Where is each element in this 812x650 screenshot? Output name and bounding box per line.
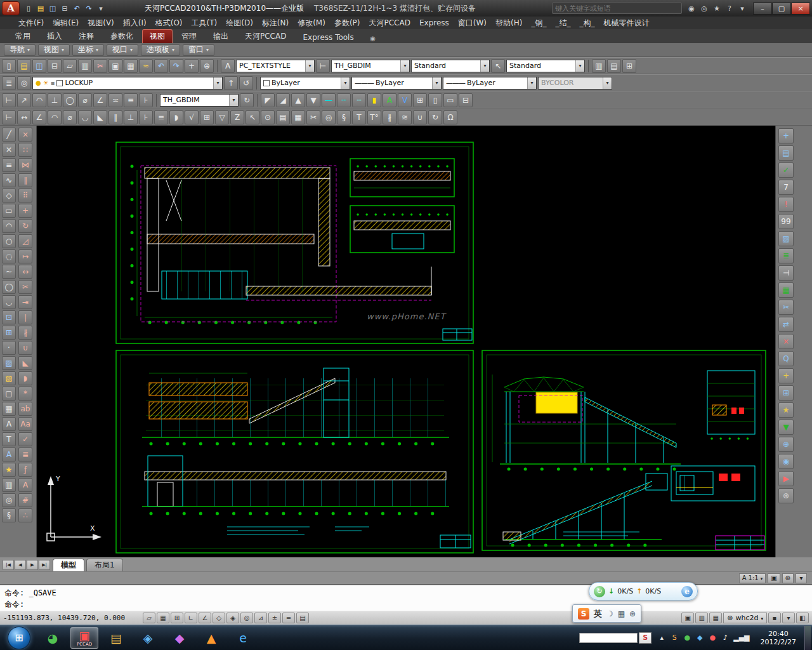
chamfer-dim-icon[interactable]: ◣ <box>93 110 107 124</box>
hole-table-icon[interactable]: ▦ <box>291 110 305 124</box>
browser-icon[interactable]: e <box>681 586 693 597</box>
menu-insert[interactable]: 插入(I) <box>119 17 151 29</box>
infer-constraints-toggle[interactable]: ▱ <box>143 613 155 623</box>
menu-format[interactable]: 格式(O) <box>151 17 187 29</box>
moon-icon[interactable]: ☽ <box>606 609 613 618</box>
open-icon[interactable]: ▤ <box>35 3 46 14</box>
line-icon[interactable]: ╱ <box>2 128 16 142</box>
layout1-tab[interactable]: 布局1 <box>86 559 123 571</box>
panel-coordinates[interactable]: 坐标 <box>72 44 104 56</box>
rotate-icon[interactable]: ↻ <box>18 219 32 233</box>
table-style-combo[interactable]: Standard <box>411 60 490 72</box>
taskbar-app-ie[interactable]: e <box>229 627 257 649</box>
parts-list-icon[interactable]: ▤ <box>276 110 290 124</box>
osnap-toggle[interactable]: ◇ <box>213 613 225 623</box>
paste-icon[interactable]: ▦ <box>124 59 138 73</box>
star-tool-icon[interactable]: ★ <box>778 402 794 418</box>
point-style-icon[interactable]: ∴ <box>18 508 32 522</box>
erase-icon[interactable]: × <box>18 128 32 142</box>
layer-v-icon[interactable]: V <box>398 93 412 107</box>
match-properties-icon[interactable]: ≈ <box>139 59 153 73</box>
quick-dim-icon[interactable]: ≍ <box>108 93 122 107</box>
polyline-icon[interactable]: ∿ <box>2 173 16 187</box>
dyn-toggle[interactable]: ± <box>268 613 281 623</box>
multiline-icon[interactable]: ≡ <box>2 158 16 172</box>
tool-palettes-icon[interactable]: ▥ <box>592 59 606 73</box>
menu-window[interactable]: 窗口(W) <box>454 17 491 29</box>
dashed-line-icon[interactable]: ╌ <box>337 93 351 107</box>
spline-icon[interactable]: ~ <box>2 265 16 279</box>
snap-toggle[interactable]: ▦ <box>157 613 169 623</box>
speed-monitor-widget[interactable]: ↻ ↓ 0K/S ↑ 0K/S e <box>589 582 698 600</box>
dim-edit-icon[interactable]: T <box>352 110 366 124</box>
communication-center-icon[interactable]: ◎ <box>698 3 710 14</box>
list-tool-icon[interactable]: ≣ <box>778 248 794 263</box>
revision-cloud-icon[interactable]: ◌ <box>2 249 16 263</box>
find-replace-icon[interactable]: Aa <box>18 417 32 431</box>
publish-icon[interactable]: ▥ <box>78 59 92 73</box>
dim-diameter-icon[interactable]: ⌀ <box>78 93 92 107</box>
quick-view-layouts-icon[interactable]: ▦ <box>709 613 722 623</box>
model-space-icon[interactable]: ▣ <box>681 613 694 623</box>
radial-dim-icon[interactable]: ◠ <box>48 110 62 124</box>
text-style-icon[interactable]: A <box>2 448 16 461</box>
welding-symbol-icon[interactable]: Z <box>230 110 244 124</box>
input-method-bar[interactable]: S 英 ☽▦⊛ <box>572 604 641 623</box>
tab-parametric[interactable]: 参数化 <box>103 29 141 43</box>
undo-icon[interactable]: ↶ <box>154 59 168 73</box>
table-icon[interactable]: ▦ <box>2 402 16 416</box>
flag-icon[interactable]: ▶ <box>778 471 794 486</box>
extend-icon[interactable]: ⇥ <box>18 295 32 309</box>
dim-style-combo[interactable]: TH_GBDIM <box>331 60 410 72</box>
cut-icon[interactable]: ✂ <box>93 59 107 73</box>
leader-note-icon[interactable]: ↖ <box>246 110 259 124</box>
open-icon[interactable]: ▤ <box>17 59 31 73</box>
menu-dimension[interactable]: 标注(N) <box>258 17 293 29</box>
tab-output[interactable]: 输出 <box>206 29 236 43</box>
bulb-icon[interactable]: ● <box>36 79 41 86</box>
pin-tool-icon[interactable]: ▼ <box>778 420 794 435</box>
trim-icon[interactable]: ✂ <box>18 280 32 294</box>
row-insert-icon[interactable]: ▭ <box>443 93 457 107</box>
help-menu-icon[interactable]: ▾ <box>737 3 748 14</box>
scale-list-icon[interactable]: # <box>18 493 32 507</box>
section-symbol-icon[interactable]: § <box>337 110 351 124</box>
clean-screen-icon[interactable]: ◧ <box>796 613 809 623</box>
polar-toggle[interactable]: ∠ <box>199 613 211 623</box>
quick-view-drawings-icon[interactable]: ▥ <box>695 613 708 623</box>
tray-volume-icon[interactable]: ♪ <box>721 633 730 643</box>
rectangle-icon[interactable]: ▭ <box>2 204 16 218</box>
menu-tools[interactable]: 工具(T) <box>187 17 222 29</box>
lock-ui-icon[interactable]: ▪ <box>768 613 781 623</box>
taskbar-search-button[interactable]: S <box>639 632 652 644</box>
insert-block-icon[interactable]: ⊡ <box>2 310 16 324</box>
search-icon[interactable]: ◉ <box>686 3 697 14</box>
merge-cell-icon[interactable]: ⊟ <box>459 93 473 107</box>
new-icon[interactable]: ▯ <box>23 3 34 14</box>
status-flyout-icon[interactable]: ▾ <box>796 573 807 583</box>
taskbar-app-browser[interactable]: ◕ <box>39 627 67 649</box>
minimize-button[interactable]: – <box>753 3 772 15</box>
magnifier-icon[interactable]: ⊕ <box>778 437 794 452</box>
tray-sogou-icon[interactable]: S <box>670 633 679 643</box>
hatch-tool-icon[interactable]: ▨ <box>778 231 794 246</box>
lwt-toggle[interactable]: ═ <box>282 613 295 623</box>
menu-help[interactable]: 帮助(H) <box>491 17 527 29</box>
panel-viewports[interactable]: 视口 <box>107 44 138 56</box>
taskbar-app-explorer[interactable]: ▤ <box>102 627 130 649</box>
menu-express[interactable]: Express <box>415 18 454 28</box>
ducs-toggle[interactable]: ⊿ <box>254 613 267 623</box>
half-dim-icon[interactable]: ◗ <box>169 110 183 124</box>
text-style-manager-icon[interactable]: A <box>221 59 235 73</box>
dim-continue-icon[interactable]: ⊦ <box>139 93 153 107</box>
qp-toggle[interactable]: ▤ <box>296 613 309 623</box>
dim-baseline-icon[interactable]: ≡ <box>124 93 138 107</box>
thread-dim-icon[interactable]: ∥ <box>108 110 122 124</box>
annotation-scale-button[interactable]: A 1:1 <box>739 573 766 583</box>
annotation-visibility-icon[interactable]: ▣ <box>768 573 780 583</box>
tab-home[interactable]: 常用 <box>8 29 38 43</box>
plot-preview-icon[interactable]: ▱ <box>63 59 77 73</box>
donut-icon[interactable]: ◎ <box>2 493 16 507</box>
redo-icon[interactable]: ↷ <box>83 3 95 14</box>
quickcalc-icon[interactable]: ⊞ <box>622 59 636 73</box>
